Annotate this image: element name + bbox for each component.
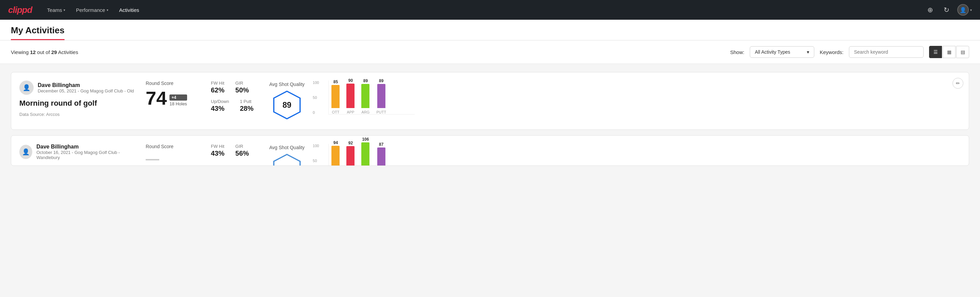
data-source: Data Source: Arccos xyxy=(19,112,135,117)
avg-shot-label: Avg Shot Quality xyxy=(269,81,305,87)
avg-shot-section: Avg Shot Quality 100 50 0 xyxy=(269,144,961,166)
round-score-label: Round Score xyxy=(146,144,200,149)
activity-title: Morning round of golf xyxy=(19,99,135,108)
holes-text: 18 Holes xyxy=(169,101,187,106)
viewing-total: 29 xyxy=(51,49,57,55)
big-score: 74 xyxy=(146,89,167,108)
nav-activities[interactable]: Activities xyxy=(115,5,143,16)
hexagon xyxy=(272,153,302,166)
svg-marker-2 xyxy=(274,155,300,166)
bar-app: 90 APP xyxy=(346,78,355,114)
stats-section: FW Hit 43% GIR 56% xyxy=(211,144,258,157)
nav-teams[interactable]: Teams ▾ xyxy=(43,5,69,16)
oneputt-value: 28% xyxy=(240,105,253,112)
avg-shot-col: Avg Shot Quality xyxy=(269,145,305,166)
hexagon: 89 xyxy=(272,90,302,120)
user-info: Dave Billingham December 05, 2021 - Gog … xyxy=(38,82,134,93)
stats-section: FW Hit 62% GIR 50% Up/Down 43% 1 Putt 28… xyxy=(211,81,258,112)
logo[interactable]: clippd xyxy=(8,5,32,15)
oneputt-stat: 1 Putt 28% xyxy=(240,99,253,112)
stat-pair-top: FW Hit 43% GIR 56% xyxy=(211,144,258,157)
user-date-course: December 05, 2021 - Gog Magog Golf Club … xyxy=(38,88,134,93)
round-score-label: Round Score xyxy=(146,81,200,86)
user-info: Dave Billingham October 16, 2021 - Gog M… xyxy=(37,144,135,160)
nav-right: ⊕ ↻ 👤 ▾ xyxy=(925,4,972,16)
bar-rect-putt xyxy=(377,84,385,108)
chart-y-labels: 100 50 0 xyxy=(313,144,320,166)
edit-button[interactable]: ✏ xyxy=(953,78,963,89)
nav-links: Teams ▾ Performance ▾ Activities xyxy=(43,5,914,16)
page-title: My Activities xyxy=(11,25,65,40)
round-score-section: Round Score — xyxy=(146,144,200,166)
bar-rect-arg xyxy=(361,142,369,166)
nav-performance[interactable]: Performance ▾ xyxy=(72,5,112,16)
score-row: 74 +4 18 Holes xyxy=(146,89,200,108)
gir-stat: GIR 56% xyxy=(235,144,249,157)
avatar: 👤 xyxy=(19,81,33,95)
teams-chevron-icon: ▾ xyxy=(64,8,65,12)
chart-bars-group: 94 OTT 92 APP 106 ARG xyxy=(328,144,415,166)
stat-pair-bottom: Up/Down 43% 1 Putt 28% xyxy=(211,99,258,112)
dropdown-chevron-icon: ▾ xyxy=(807,49,809,55)
user-avatar-btn[interactable]: 👤 ▾ xyxy=(957,4,972,16)
navbar: clippd Teams ▾ Performance ▾ Activities … xyxy=(0,0,980,20)
user-date-course: October 16, 2021 - Gog Magog Golf Club -… xyxy=(37,150,135,160)
bar-chart: 100 50 0 85 OTT 90 APP xyxy=(313,81,415,121)
svg-text:89: 89 xyxy=(283,101,291,109)
list-expanded-view-button[interactable]: ▤ xyxy=(956,46,969,58)
add-icon[interactable]: ⊕ xyxy=(925,5,935,15)
bar-ott: 85 OTT xyxy=(331,80,340,114)
fw-hit-value: 43% xyxy=(211,150,224,157)
updown-stat: Up/Down 43% xyxy=(211,99,229,112)
fw-hit-stat: FW Hit 62% xyxy=(211,81,224,94)
avatar: 👤 xyxy=(19,145,32,159)
chart-inner: 100 50 0 94 OTT 92 APP xyxy=(313,144,415,166)
bar-chart: 100 50 0 94 OTT 92 APP xyxy=(313,144,415,166)
avatar: 👤 xyxy=(957,4,969,16)
bar-rect-app xyxy=(346,146,355,166)
fw-hit-stat: FW Hit 43% xyxy=(211,144,224,157)
user-row: 👤 Dave Billingham December 05, 2021 - Go… xyxy=(19,81,135,95)
viewing-text: Viewing 12 out of 29 Activities xyxy=(11,49,725,55)
bar-rect-arg xyxy=(361,84,369,108)
stat-pair-top: FW Hit 62% GIR 50% xyxy=(211,81,258,94)
big-score: — xyxy=(146,152,159,166)
list-compact-view-button[interactable]: ☰ xyxy=(929,46,942,58)
refresh-icon[interactable]: ↻ xyxy=(941,5,952,15)
activity-type-dropdown[interactable]: All Activity Types ▾ xyxy=(750,46,814,58)
view-toggles: ☰ ▦ ▤ xyxy=(929,46,969,58)
user-row: 👤 Dave Billingham October 16, 2021 - Gog… xyxy=(19,144,135,160)
performance-chevron-icon: ▾ xyxy=(107,8,108,12)
hexagon-container xyxy=(269,153,305,166)
activities-list: 👤 Dave Billingham December 05, 2021 - Go… xyxy=(0,64,980,174)
search-input[interactable] xyxy=(849,46,924,58)
activity-card: 👤 Dave Billingham October 16, 2021 - Gog… xyxy=(11,135,969,166)
bar-rect-ott xyxy=(331,146,340,166)
score-row: — xyxy=(146,152,200,166)
fw-hit-value: 62% xyxy=(211,86,224,94)
filter-bar: Viewing 12 out of 29 Activities Show: Al… xyxy=(0,40,980,64)
page-header: My Activities xyxy=(0,20,980,40)
bar-rect-ott xyxy=(331,85,340,108)
chart-inner: 100 50 0 85 OTT 90 APP xyxy=(313,81,415,121)
avg-shot-section: Avg Shot Quality 89 100 50 xyxy=(269,81,961,121)
bar-arg: 89 ARG xyxy=(361,78,369,114)
avatar-chevron-icon: ▾ xyxy=(970,8,972,12)
show-label: Show: xyxy=(730,49,745,55)
round-score-section: Round Score 74 +4 18 Holes xyxy=(146,81,200,108)
avg-shot-label: Avg Shot Quality xyxy=(269,145,305,150)
bar-rect-putt xyxy=(377,147,385,166)
keywords-label: Keywords: xyxy=(820,49,843,55)
chart-bars-group: 85 OTT 90 APP 89 ARG xyxy=(328,81,415,115)
bar-ott: 94 OTT xyxy=(331,141,340,166)
card-left: 👤 Dave Billingham December 05, 2021 - Go… xyxy=(19,81,135,117)
gir-value: 56% xyxy=(235,150,249,157)
activity-card: 👤 Dave Billingham December 05, 2021 - Go… xyxy=(11,72,969,130)
bar-rect-app xyxy=(346,84,355,108)
grid-view-button[interactable]: ▦ xyxy=(943,46,956,58)
gir-value: 50% xyxy=(235,86,249,94)
gir-label: GIR xyxy=(235,144,249,149)
hexagon-container: 89 xyxy=(269,90,305,120)
user-name: Dave Billingham xyxy=(38,82,134,88)
fw-hit-label: FW Hit xyxy=(211,144,224,149)
